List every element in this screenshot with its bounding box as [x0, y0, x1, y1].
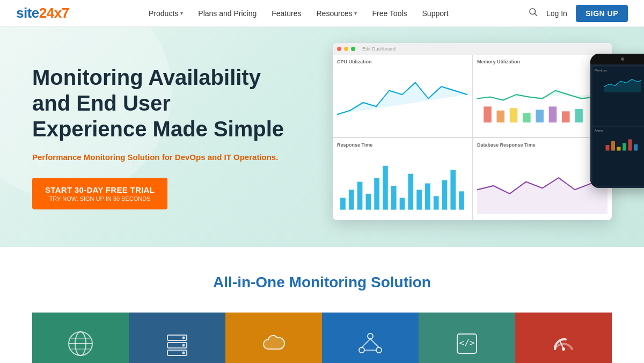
hero-section: Monitoring Availability and End User Exp…	[0, 27, 644, 247]
svg-rect-15	[383, 166, 388, 210]
memory-chart	[477, 67, 608, 130]
search-icon[interactable]	[528, 7, 538, 19]
cpu-chart	[337, 67, 467, 130]
dashboard-tab-label: Edit Dashboard	[362, 46, 396, 52]
svg-rect-27	[617, 147, 621, 151]
nav-support[interactable]: Support	[422, 9, 449, 18]
svg-rect-11	[349, 190, 354, 209]
svg-rect-24	[459, 191, 464, 209]
svg-point-39	[182, 336, 185, 339]
svg-rect-4	[510, 108, 518, 122]
logo[interactable]: site24x7	[16, 5, 69, 21]
svg-rect-9	[575, 109, 583, 122]
logo-text: site24x7	[16, 5, 69, 21]
nav-products[interactable]: Products ▾	[149, 9, 183, 18]
hero-content: Monitoring Availability and End User Exp…	[32, 64, 290, 209]
svg-rect-17	[400, 198, 405, 209]
svg-point-43	[359, 347, 364, 353]
mobile-chart-2	[595, 134, 644, 153]
hero-title: Monitoring Availability and End User Exp…	[32, 64, 290, 142]
svg-rect-18	[408, 174, 413, 210]
mobile-panel-1: Monitors	[592, 67, 644, 126]
svg-rect-22	[442, 180, 448, 210]
svg-point-51	[562, 347, 565, 351]
header: site24x7 Products ▾ Plans and Pricing Fe…	[0, 0, 644, 27]
cloud-monitoring-icon	[259, 329, 289, 358]
svg-rect-26	[611, 141, 615, 151]
nav-plans-pricing[interactable]: Plans and Pricing	[198, 9, 257, 18]
solution-card-server[interactable]: Server Monitoring	[129, 313, 225, 363]
signup-button[interactable]: SIGN UP	[576, 5, 628, 22]
mobile-chart-1	[595, 74, 644, 92]
network-monitoring-icon	[356, 329, 385, 358]
svg-point-41	[182, 351, 185, 354]
dashboard-titlebar: Edit Dashboard	[333, 43, 612, 55]
svg-rect-16	[391, 186, 397, 210]
server-monitoring-icon	[163, 329, 192, 358]
nav-resources[interactable]: Resources ▾	[317, 9, 357, 18]
svg-point-44	[376, 347, 382, 353]
cpu-panel: CPU Utilization	[333, 55, 472, 137]
hero-subtitle: Performance Monitoring Solution for DevO…	[32, 153, 290, 162]
solutions-grid: Website Monitoring Server Monitoring	[32, 313, 612, 363]
svg-rect-28	[623, 143, 626, 151]
products-chevron-icon: ▾	[180, 10, 183, 16]
mobile-status-bar	[590, 54, 644, 64]
svg-rect-20	[425, 183, 430, 209]
solution-card-app[interactable]: </> Application Performance	[419, 313, 515, 363]
svg-point-40	[182, 344, 185, 346]
svg-rect-10	[340, 198, 346, 209]
svg-line-45	[362, 339, 370, 347]
svg-rect-13	[365, 194, 371, 210]
svg-rect-3	[496, 111, 504, 122]
svg-rect-7	[549, 106, 557, 122]
svg-rect-5	[523, 113, 531, 122]
svg-text:</>: </>	[459, 338, 475, 348]
website-monitoring-icon	[66, 329, 96, 358]
header-actions: Log In SIGN UP	[528, 5, 628, 22]
trial-cta-button[interactable]: START 30-DAY FREE TRIAL TRY NOW, SIGN UP…	[32, 178, 167, 209]
solutions-section: All-in-One Monitoring Solution Website M…	[0, 247, 644, 363]
dashboard-screenshot: Edit Dashboard CPU Utilization Memory Ut…	[333, 43, 612, 220]
mobile-body: Monitors Alerts	[590, 64, 644, 188]
svg-rect-25	[606, 145, 610, 151]
real-user-monitoring-icon	[549, 329, 579, 358]
svg-rect-21	[434, 196, 439, 209]
svg-rect-30	[634, 144, 638, 151]
hero-dashboard-image: Edit Dashboard CPU Utilization Memory Ut…	[333, 43, 644, 242]
mobile-screenshot: Monitors Alerts	[590, 54, 644, 188]
packets-panel: Response Time	[333, 138, 472, 220]
svg-rect-6	[536, 110, 544, 122]
solution-card-cloud[interactable]: Cloud Monitoring	[225, 313, 322, 363]
svg-line-46	[370, 339, 379, 347]
application-performance-icon: </>	[452, 329, 482, 358]
solution-card-website[interactable]: Website Monitoring	[32, 313, 129, 363]
main-nav: Products ▾ Plans and Pricing Features Re…	[149, 9, 449, 18]
dashboard-grid: CPU Utilization Memory Utilization	[333, 55, 612, 220]
svg-rect-2	[484, 106, 492, 122]
window-close-dot	[337, 47, 341, 51]
login-button[interactable]: Log In	[546, 9, 567, 18]
db-chart	[477, 150, 608, 214]
solution-card-rum[interactable]: Real User Monitoring	[515, 313, 612, 363]
svg-rect-19	[416, 190, 422, 209]
resources-chevron-icon: ▾	[354, 10, 357, 16]
mobile-panel-2: Alerts	[592, 127, 644, 186]
response-chart	[337, 150, 467, 214]
svg-rect-14	[374, 178, 379, 210]
window-minimize-dot	[344, 47, 348, 51]
svg-rect-8	[562, 111, 570, 122]
nav-free-tools[interactable]: Free Tools	[372, 9, 407, 18]
svg-rect-12	[357, 182, 363, 210]
svg-line-1	[535, 13, 537, 16]
solution-card-network[interactable]: Network Monitoring	[322, 313, 419, 363]
solutions-title: All-in-One Monitoring Solution	[32, 274, 612, 291]
nav-features[interactable]: Features	[272, 9, 301, 18]
window-maximize-dot	[351, 47, 355, 51]
svg-point-42	[368, 333, 373, 339]
svg-rect-29	[628, 140, 632, 151]
svg-rect-23	[450, 170, 456, 209]
